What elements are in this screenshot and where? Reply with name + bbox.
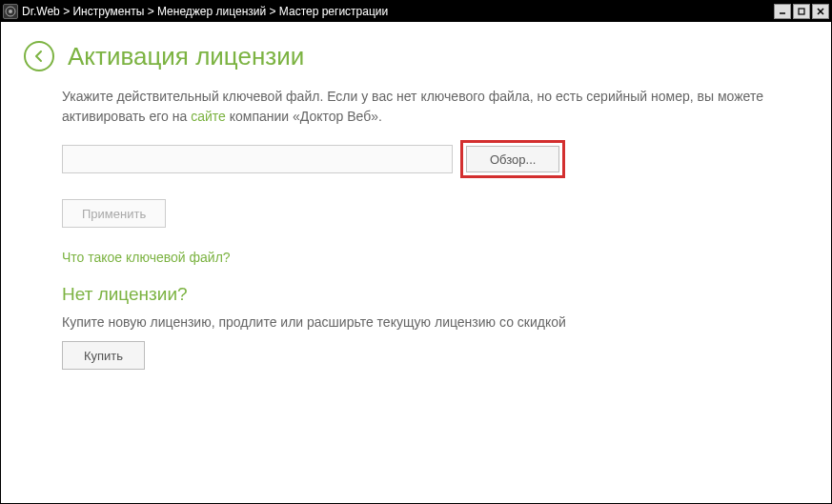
arrow-left-icon	[31, 49, 47, 64]
maximize-button[interactable]	[793, 4, 810, 19]
instruction-text-before: Укажите действительный ключевой файл. Ес…	[62, 89, 763, 124]
browse-button[interactable]: Обзор...	[466, 146, 559, 172]
content-area: Активация лицензии Укажите действительны…	[1, 22, 831, 503]
page-title: Активация лицензии	[68, 42, 304, 71]
app-window: Dr.Web > Инструменты > Менеджер лицензий…	[0, 0, 832, 504]
key-file-input[interactable]	[62, 145, 453, 173]
site-link[interactable]: сайте	[191, 109, 226, 124]
minimize-button[interactable]	[774, 4, 791, 19]
app-icon	[3, 4, 18, 19]
window-controls	[774, 4, 829, 19]
body-section: Укажите действительный ключевой файл. Ес…	[1, 87, 831, 370]
no-license-text: Купите новую лицензию, продлите или расш…	[62, 314, 770, 330]
no-license-heading: Нет лицензии?	[62, 284, 770, 305]
back-button[interactable]	[24, 41, 54, 71]
browse-highlight: Обзор...	[460, 140, 565, 178]
key-file-help-link[interactable]: Что такое ключевой файл?	[62, 250, 231, 265]
svg-point-1	[9, 10, 12, 13]
close-button[interactable]	[812, 4, 829, 19]
header-row: Активация лицензии	[1, 41, 831, 87]
instruction-text-after: компании «Доктор Веб».	[226, 109, 382, 124]
apply-button[interactable]: Применить	[62, 199, 166, 228]
titlebar: Dr.Web > Инструменты > Менеджер лицензий…	[1, 1, 831, 22]
file-row: Обзор...	[62, 140, 770, 178]
titlebar-breadcrumb: Dr.Web > Инструменты > Менеджер лицензий…	[22, 5, 774, 18]
svg-rect-3	[799, 9, 804, 14]
instruction-text: Укажите действительный ключевой файл. Ес…	[62, 87, 770, 127]
buy-button[interactable]: Купить	[62, 341, 145, 370]
